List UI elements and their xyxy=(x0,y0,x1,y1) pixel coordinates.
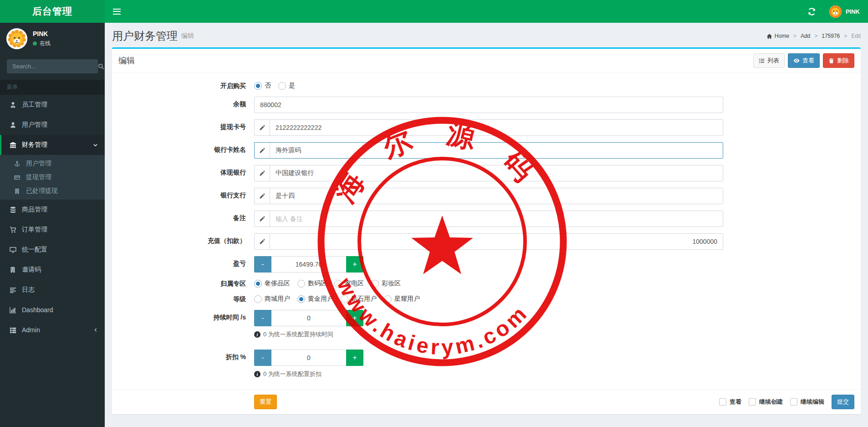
sidebar-item-users[interactable]: 用户管理 xyxy=(0,115,105,135)
sidebar-item-dashboard[interactable]: Dashboard xyxy=(0,300,105,320)
field-label: 开启购买 xyxy=(118,81,246,90)
info-icon: i xyxy=(254,371,260,377)
user-tie-icon xyxy=(8,102,17,108)
form-row: 开启购买 否 是 xyxy=(118,81,854,90)
sidebar-toggle-button[interactable] xyxy=(113,0,131,23)
decrement-button[interactable]: - xyxy=(254,350,271,366)
sidebar-item-products[interactable]: 商品管理 xyxy=(0,200,105,220)
app-logo[interactable]: 后台管理 xyxy=(0,0,105,23)
sidebar-subitem-withdraw[interactable]: 提现管理 xyxy=(0,170,105,184)
radio-option[interactable]: 家电区 xyxy=(334,279,364,288)
building-icon xyxy=(8,267,17,273)
refresh-button[interactable] xyxy=(807,5,819,17)
eye-icon xyxy=(793,57,800,64)
edit-card: 编辑 列表 查看 删除 开启购买 xyxy=(112,47,861,414)
anchor-icon xyxy=(12,161,21,167)
pencil-icon xyxy=(255,234,270,249)
view-button[interactable]: 查看 xyxy=(788,53,820,68)
building-icon xyxy=(12,188,21,194)
radio-option[interactable]: 奢侈品区 xyxy=(254,279,290,288)
radio-option[interactable]: 商城用户 xyxy=(254,295,290,303)
form-row: 余额 xyxy=(118,97,854,113)
breadcrumb-home[interactable]: Home xyxy=(766,33,789,39)
search-icon xyxy=(98,63,104,70)
sidebar-item-label: Dashboard xyxy=(22,306,53,314)
radio-option[interactable]: 星耀用户 xyxy=(384,295,420,303)
checkbox-continue-create[interactable]: 继续创建 xyxy=(749,398,783,406)
balance-input[interactable] xyxy=(255,97,723,113)
breadcrumb-add[interactable]: Add xyxy=(801,33,810,39)
card-title: 编辑 xyxy=(118,55,135,66)
field-label: 等级 xyxy=(118,294,246,304)
withdraw-card-input[interactable] xyxy=(270,120,723,135)
submit-button[interactable]: 提交 xyxy=(832,395,854,409)
sidebar-item-label: Admin xyxy=(22,326,40,334)
page-subtitle: 编辑 xyxy=(181,32,194,40)
bar-chart-icon xyxy=(8,307,17,314)
sidebar-item-unified-config[interactable]: 统一配置 xyxy=(0,240,105,260)
breadcrumb-id[interactable]: 175976 xyxy=(822,33,840,39)
radio-option[interactable]: 数码区 xyxy=(297,279,327,288)
checkbox-continue-edit[interactable]: 继续编辑 xyxy=(790,398,824,406)
duration-input[interactable] xyxy=(271,310,346,326)
radio-icon xyxy=(334,280,342,288)
radio-option[interactable]: 钻石用户 xyxy=(341,295,377,303)
sidebar-subitem-processed-withdraw[interactable]: 已处理提现 xyxy=(0,184,105,198)
radio-icon xyxy=(341,295,348,303)
sidebar-item-admin[interactable]: Admin xyxy=(0,320,105,340)
user-menu[interactable]: PINK xyxy=(829,5,860,18)
pencil-icon xyxy=(255,165,270,181)
breadcrumb: Home > Add > 175976 > Edit xyxy=(766,33,861,39)
sidebar-item-staff[interactable]: 员工管理 xyxy=(0,95,105,115)
radio-option[interactable]: 黄金用户 xyxy=(297,295,333,303)
th-list-icon xyxy=(8,327,17,334)
sidebar-item-logs[interactable]: 日志 xyxy=(0,280,105,300)
form-row: 充值（扣款） xyxy=(118,233,854,250)
radio-icon xyxy=(297,280,305,288)
form-row: 体现银行 xyxy=(118,165,854,181)
discount-input[interactable] xyxy=(271,350,346,366)
remark-input[interactable] xyxy=(270,211,723,226)
lion-avatar-icon xyxy=(829,5,842,18)
pencil-icon xyxy=(255,143,270,158)
bank-card-name-input[interactable] xyxy=(270,143,723,158)
trash-icon xyxy=(828,58,834,64)
field-label: 折扣 % xyxy=(118,350,246,378)
avatar xyxy=(829,5,842,18)
list-button[interactable]: 列表 xyxy=(753,53,785,68)
refresh-icon xyxy=(807,7,816,16)
profit-input[interactable] xyxy=(271,256,346,273)
form-row: 银行支行 xyxy=(118,188,854,204)
profit-spinner: - + xyxy=(254,256,363,273)
decrement-button[interactable]: - xyxy=(254,256,271,273)
pencil-icon xyxy=(255,211,270,226)
increment-button[interactable]: + xyxy=(346,350,363,366)
decrement-button[interactable]: - xyxy=(254,310,271,326)
radio-option[interactable]: 是 xyxy=(278,82,295,90)
form-row: 归属专区 奢侈品区 数码区 家电区 彩妆区 xyxy=(118,279,854,288)
sidebar-subitem-user-finance[interactable]: 用户管理 xyxy=(0,157,105,170)
page-title: 用户财务管理 xyxy=(112,29,178,43)
search-input[interactable] xyxy=(7,59,98,73)
withdraw-bank-input[interactable] xyxy=(270,165,723,181)
delete-button[interactable]: 删除 xyxy=(823,53,854,68)
hamburger-icon xyxy=(113,9,121,15)
sidebar-item-label: 财务管理 xyxy=(22,141,47,149)
sidebar-item-label: 用户管理 xyxy=(22,121,47,129)
radio-option[interactable]: 彩妆区 xyxy=(371,279,401,288)
sidebar-item-invite-code[interactable]: 邀请码 xyxy=(0,260,105,280)
increment-button[interactable]: + xyxy=(346,256,363,273)
reset-button[interactable]: 重置 xyxy=(254,395,277,409)
search-button[interactable] xyxy=(98,59,104,73)
sidebar-item-orders[interactable]: 订单管理 xyxy=(0,220,105,240)
checkbox-view[interactable]: 查看 xyxy=(719,398,741,406)
sidebar-item-finance[interactable]: 财务管理 xyxy=(0,135,105,155)
radio-option[interactable]: 否 xyxy=(254,82,271,90)
bank-branch-input[interactable] xyxy=(270,188,723,204)
field-hint: i 0 为统一系统配置持续时间 xyxy=(254,330,723,339)
field-label: 银行支行 xyxy=(118,188,246,204)
increment-button[interactable]: + xyxy=(346,310,363,326)
field-label: 提现卡号 xyxy=(118,119,246,136)
recharge-input[interactable] xyxy=(270,234,723,249)
chevron-down-icon xyxy=(93,143,98,148)
